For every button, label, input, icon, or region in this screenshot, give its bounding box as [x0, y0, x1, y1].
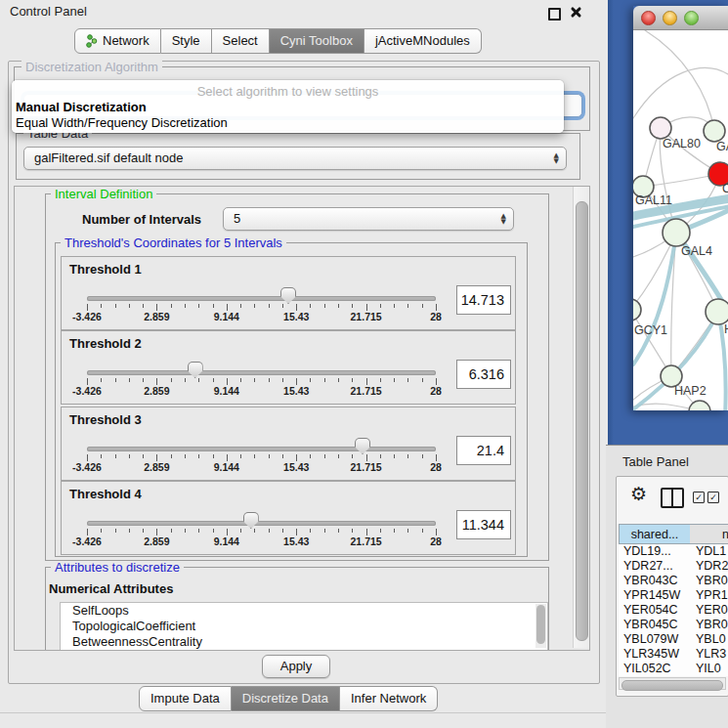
tab-select[interactable]: Select — [212, 28, 270, 54]
network-node[interactable] — [663, 219, 690, 246]
list-item-betweennesscentrality[interactable]: BetweennessCentrality — [61, 634, 547, 650]
popup-option-equal-width-frequency-discretization[interactable]: Equal Width/Frequency Discretization — [16, 115, 228, 130]
table-row[interactable]: YBR045CYBR0 — [619, 618, 728, 632]
slider-tick — [366, 378, 367, 385]
scrollbar-thumb[interactable] — [621, 680, 723, 691]
slider-tick — [394, 454, 395, 458]
slider-tick — [394, 304, 395, 308]
tick-label: 28 — [430, 385, 442, 397]
column-header-shared-name[interactable]: shared... — [619, 524, 691, 544]
list-item-selfloops[interactable]: SelfLoops — [61, 603, 547, 619]
tick-label: 15.43 — [283, 385, 309, 397]
slider-tick — [352, 304, 353, 308]
slider-tick — [352, 529, 353, 533]
checkbox-icon[interactable]: ✓ — [693, 492, 705, 503]
table-row[interactable]: YDL19...YDL1 — [619, 544, 728, 559]
close-icon[interactable] — [569, 6, 581, 19]
thresholds-group-title: Threshold's Coordinates for 5 Intervals — [61, 236, 286, 249]
panel-scrollbar[interactable] — [573, 187, 589, 648]
slider-tick — [338, 378, 339, 382]
table-row[interactable]: YPR145WYPR1 — [619, 588, 728, 603]
slider-tick — [366, 454, 367, 461]
network-node[interactable] — [650, 117, 671, 139]
cell-name: YPR1 — [696, 588, 728, 603]
slider-tick — [296, 304, 297, 311]
apply-button[interactable]: Apply — [262, 655, 330, 678]
tab-discretize-data[interactable]: Discretize Data — [232, 686, 340, 711]
slider-tick — [171, 529, 172, 533]
table-data-select[interactable]: galFiltered.sif default node ▲▼ — [23, 147, 567, 170]
cell-shared-name: YER054C — [623, 603, 678, 618]
float-panel-icon[interactable] — [548, 8, 561, 21]
network-canvas[interactable]: GAL80GAGAL11CGAL4GCY1HHAP2 — [633, 30, 728, 410]
column-header-name[interactable]: na — [690, 524, 728, 544]
slider-tick — [185, 378, 186, 382]
slider-tick — [213, 378, 214, 382]
tab-jactivemnodules[interactable]: jActiveMNodules — [364, 28, 482, 54]
table-hscrollbar[interactable] — [619, 677, 726, 690]
list-scrollbar[interactable] — [535, 604, 546, 648]
slider-thumb[interactable] — [188, 362, 203, 378]
popup-option-manual-discretization[interactable]: Manual Discretization — [16, 100, 147, 114]
slider-tick — [115, 529, 116, 533]
checkbox-icon[interactable]: ✓ — [707, 492, 719, 503]
threshold-value-box[interactable]: 14.713 — [456, 285, 511, 315]
node-label-ga: GA — [716, 140, 728, 153]
network-edge[interactable] — [633, 68, 728, 118]
slider-tick — [87, 304, 88, 311]
slider-track[interactable] — [87, 296, 436, 301]
tab-network[interactable]: Network — [74, 28, 161, 54]
list-item-topologicalcoefficient[interactable]: TopologicalCoefficient — [61, 619, 547, 634]
tab-impute-data[interactable]: Impute Data — [139, 686, 232, 711]
slider-tick — [254, 378, 255, 382]
network-edge[interactable] — [645, 30, 714, 131]
gear-icon[interactable]: ⚙ — [630, 485, 647, 503]
network-graph: GAL80GAGAL11CGAL4GCY1HHAP2 — [633, 30, 728, 410]
tab-infer-network[interactable]: Infer Network — [340, 686, 438, 711]
tick-label: 2.859 — [144, 461, 169, 473]
num-intervals-select[interactable]: 5 ▲▼ — [223, 207, 514, 231]
table-row[interactable]: YER054CYER0 — [619, 603, 728, 618]
table-row[interactable]: YBR043CYBR0 — [619, 574, 728, 588]
network-window-titlebar[interactable] — [633, 6, 728, 30]
slider-tick — [436, 454, 437, 461]
slider-tick — [198, 378, 199, 382]
window-close-light-icon[interactable] — [641, 11, 656, 25]
tick-label: 9.144 — [214, 311, 239, 322]
node-label-gcy1: GCY1 — [634, 323, 667, 337]
threshold-value-box[interactable]: 21.4 — [456, 436, 511, 465]
threshold-label: Threshold 1 — [69, 262, 142, 277]
slider-tick — [296, 378, 297, 385]
slider-tick — [129, 378, 130, 382]
columns-icon[interactable] — [661, 488, 684, 508]
table-row[interactable]: YDR27...YDR2 — [619, 559, 728, 574]
network-node[interactable] — [706, 299, 728, 324]
slider-track[interactable] — [87, 370, 436, 375]
scrollbar-thumb[interactable] — [576, 201, 588, 641]
tick-label: 28 — [430, 535, 442, 547]
table-row[interactable]: YIL052CYIL0 — [619, 662, 728, 676]
network-node[interactable] — [633, 299, 641, 321]
tick-label: 28 — [430, 461, 442, 473]
threshold-value-box[interactable]: 11.344 — [456, 510, 511, 539]
table-row[interactable]: YLR345WYLR3 — [619, 647, 728, 662]
window-minimize-light-icon[interactable] — [663, 11, 677, 25]
tab-cyni-toolbox[interactable]: Cyni Toolbox — [270, 28, 364, 54]
slider-tick — [269, 304, 270, 308]
slider-tick — [296, 529, 297, 535]
node-label-gal11: GAL11 — [635, 193, 672, 207]
threshold-value-box[interactable]: 6.316 — [456, 360, 511, 389]
slider-thumb[interactable] — [355, 438, 370, 454]
table-row[interactable]: YBL079WYBL0 — [619, 632, 728, 647]
cell-name: YDL1 — [696, 544, 726, 559]
tab-style[interactable]: Style — [161, 28, 212, 54]
slider-thumb[interactable] — [280, 287, 296, 304]
slider-tick — [156, 304, 157, 311]
slider-thumb[interactable] — [243, 512, 259, 529]
slider-tick — [352, 454, 353, 458]
slider-tick — [213, 454, 214, 458]
slider-track[interactable] — [87, 447, 436, 451]
window-zoom-light-icon[interactable] — [684, 11, 699, 25]
slider-track[interactable] — [87, 521, 436, 526]
network-node[interactable] — [704, 120, 725, 142]
